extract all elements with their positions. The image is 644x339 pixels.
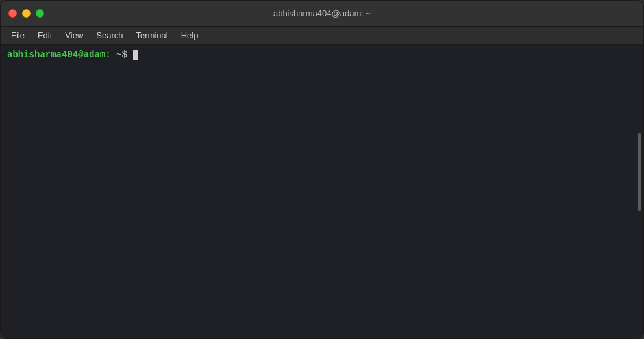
menu-help[interactable]: Help <box>176 29 204 42</box>
prompt-user: abhisharma404@adam: <box>7 49 111 62</box>
prompt-symbol: ~$ <box>111 49 133 62</box>
terminal-prompt-line: abhisharma404@adam: ~$ <box>7 49 637 62</box>
menu-view[interactable]: View <box>60 29 88 42</box>
menubar: File Edit View Search Terminal Help <box>1 27 643 45</box>
menu-edit[interactable]: Edit <box>32 29 57 42</box>
menu-file[interactable]: File <box>6 29 30 42</box>
menu-terminal[interactable]: Terminal <box>131 29 173 42</box>
window-title: abhisharma404@adam: ~ <box>273 8 371 18</box>
minimize-button[interactable] <box>22 9 31 18</box>
close-button[interactable] <box>8 9 17 18</box>
terminal-window: abhisharma404@adam: ~ File Edit View Sea… <box>0 0 644 339</box>
terminal-cursor <box>133 50 138 60</box>
scrollbar-track <box>637 45 642 338</box>
terminal-body[interactable]: abhisharma404@adam: ~$ <box>1 45 643 338</box>
scrollbar[interactable] <box>637 45 642 338</box>
menu-search[interactable]: Search <box>91 29 128 42</box>
window-controls <box>8 9 44 18</box>
titlebar: abhisharma404@adam: ~ <box>1 1 643 27</box>
maximize-button[interactable] <box>36 9 44 18</box>
scrollbar-thumb[interactable] <box>638 133 641 211</box>
